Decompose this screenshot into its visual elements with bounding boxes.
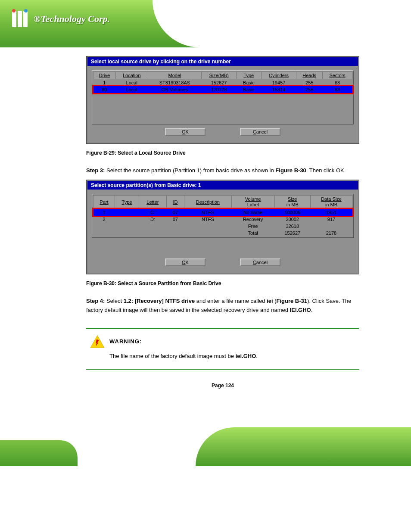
table-row[interactable]: 2 D: 07 NTFS Recovery 20002 917 [93, 216, 352, 223]
cancel-button[interactable]: Cancel [240, 128, 280, 136]
table-row-selected[interactable]: 1 C: 07 NTFS No name 100006 1951 [93, 209, 352, 216]
table-total-row: Total 152627 2178 [93, 230, 352, 236]
col-model[interactable]: Model [148, 72, 201, 79]
dialog-select-source-drive: Select local source drive by clicking on… [86, 56, 359, 144]
drive-table: Drive Location Model Size(MB) Type Cylin… [93, 72, 352, 93]
col-heads[interactable]: Heads [296, 72, 323, 79]
step-4: Step 4: Select 1.2: [Recovery] NTFS driv… [86, 297, 359, 315]
page-header: ®Technology Corp. [0, 0, 411, 47]
partition-table: Part Type Letter ID Description VolumeLa… [93, 195, 352, 236]
logo-glyph [12, 11, 28, 27]
page-number: Page 124 [86, 383, 359, 389]
warning-block: WARNING: The file name of the factory de… [86, 328, 359, 370]
table-row-selected[interactable]: 80 Local OS Volumes 120128 Basic 15314 2… [93, 86, 352, 93]
col-ptype[interactable]: Type [115, 195, 139, 208]
figure-caption: Figure B-30: Select a Source Partition f… [86, 280, 359, 286]
dialog-title: Select local source drive by clicking on… [87, 57, 358, 66]
cancel-button[interactable]: Cancel [240, 258, 280, 266]
page-content: Select local source drive by clicking on… [0, 47, 411, 401]
col-sectors[interactable]: Sectors [323, 72, 352, 79]
table-row[interactable]: 1 Local ST3160318AS 152627 Basic 19457 2… [93, 79, 352, 87]
col-dsize[interactable]: Data Sizein MB [310, 195, 352, 208]
col-psize[interactable]: Sizein MB [274, 195, 310, 208]
page-footer [0, 419, 411, 466]
warning-text: The file name of the factory default ima… [109, 352, 356, 361]
col-letter[interactable]: Letter [139, 195, 167, 208]
col-drive[interactable]: Drive [93, 72, 116, 79]
figure-caption: Figure B-29: Select a Local Source Drive [86, 150, 359, 156]
warning-title: WARNING: [109, 338, 142, 345]
col-type[interactable]: Type [236, 72, 261, 79]
col-id[interactable]: ID [166, 195, 184, 208]
brand-text: ®Technology Corp. [34, 13, 110, 25]
header-curve [153, 0, 411, 47]
logo: ®Technology Corp. [12, 11, 110, 27]
col-cyl[interactable]: Cylinders [261, 72, 296, 79]
ok-button[interactable]: OK [165, 258, 206, 266]
col-desc[interactable]: Description [184, 195, 232, 208]
dialog-select-source-partition: Select source partition(s) from Basic dr… [86, 180, 359, 274]
col-part[interactable]: Part [93, 195, 115, 208]
ok-button[interactable]: OK [165, 128, 206, 136]
dialog-title: Select source partition(s) from Basic dr… [87, 181, 358, 190]
col-size[interactable]: Size(MB) [202, 72, 237, 79]
warning-icon [90, 335, 105, 348]
col-vlabel[interactable]: VolumeLabel [231, 195, 274, 208]
table-row: Free 32618 [93, 223, 352, 230]
step-3: Step 3: Select the source partition (Par… [86, 166, 359, 175]
col-location[interactable]: Location [115, 72, 148, 79]
